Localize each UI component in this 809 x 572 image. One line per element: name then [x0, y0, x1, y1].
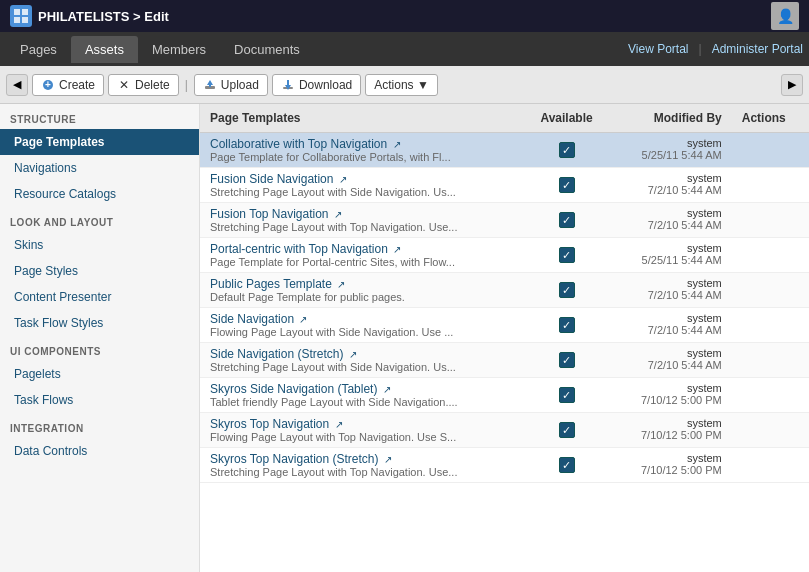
available-checkbox[interactable]: ✓ — [559, 387, 575, 403]
available-checkbox[interactable]: ✓ — [559, 247, 575, 263]
template-desc: Stretching Page Layout with Top Navigati… — [210, 466, 513, 478]
modified-date: 7/10/12 5:00 PM — [620, 394, 722, 406]
modified-date: 7/2/10 5:44 AM — [620, 184, 722, 196]
tab-documents[interactable]: Documents — [220, 36, 314, 63]
download-icon — [281, 78, 295, 92]
sidebar-item-content-presenter[interactable]: Content Presenter — [0, 284, 199, 310]
template-modified-cell: system7/2/10 5:44 AM — [610, 273, 732, 308]
template-modified-cell: system7/2/10 5:44 AM — [610, 168, 732, 203]
template-name-link[interactable]: Public Pages Template ↗ — [210, 277, 513, 291]
template-name-link[interactable]: Skyros Top Navigation ↗ — [210, 417, 513, 431]
download-button[interactable]: Download — [272, 74, 361, 96]
available-checkbox[interactable]: ✓ — [559, 212, 575, 228]
template-available-cell: ✓ — [523, 308, 610, 343]
modified-by: system — [620, 417, 722, 429]
template-name-link[interactable]: Side Navigation (Stretch) ↗ — [210, 347, 513, 361]
template-actions-cell — [732, 413, 809, 448]
template-desc: Default Page Template for public pages. — [210, 291, 513, 303]
view-portal-link[interactable]: View Portal — [628, 42, 688, 56]
ext-link-icon: ↗ — [337, 279, 345, 290]
available-checkbox[interactable]: ✓ — [559, 317, 575, 333]
ext-link-icon: ↗ — [335, 419, 343, 430]
tab-members[interactable]: Members — [138, 36, 220, 63]
template-name-cell: Portal-centric with Top Navigation ↗Page… — [200, 238, 523, 273]
template-name-cell: Skyros Top Navigation ↗Flowing Page Layo… — [200, 413, 523, 448]
template-name-link[interactable]: Fusion Top Navigation ↗ — [210, 207, 513, 221]
template-name-cell: Side Navigation (Stretch) ↗Stretching Pa… — [200, 343, 523, 378]
section-ui-components: UI Components — [0, 336, 199, 361]
sidebar-item-page-templates[interactable]: Page Templates — [0, 129, 199, 155]
tab-assets[interactable]: Assets — [71, 36, 138, 63]
table-row: Public Pages Template ↗Default Page Temp… — [200, 273, 809, 308]
template-name-link[interactable]: Portal-centric with Top Navigation ↗ — [210, 242, 513, 256]
upload-button[interactable]: Upload — [194, 74, 268, 96]
template-name-link[interactable]: Collaborative with Top Navigation ↗ — [210, 137, 513, 151]
template-desc: Flowing Page Layout with Side Navigation… — [210, 326, 513, 338]
available-checkbox[interactable]: ✓ — [559, 352, 575, 368]
available-checkbox[interactable]: ✓ — [559, 282, 575, 298]
template-available-cell: ✓ — [523, 168, 610, 203]
template-modified-cell: system7/2/10 5:44 AM — [610, 343, 732, 378]
template-available-cell: ✓ — [523, 413, 610, 448]
template-actions-cell — [732, 378, 809, 413]
tab-pages[interactable]: Pages — [6, 36, 71, 63]
ext-link-icon: ↗ — [393, 244, 401, 255]
available-checkbox[interactable]: ✓ — [559, 457, 575, 473]
table-row: Portal-centric with Top Navigation ↗Page… — [200, 238, 809, 273]
administer-portal-link[interactable]: Administer Portal — [712, 42, 803, 56]
template-desc: Tablet friendly Page Layout with Side Na… — [210, 396, 513, 408]
template-name-link[interactable]: Fusion Side Navigation ↗ — [210, 172, 513, 186]
create-button[interactable]: + Create — [32, 74, 104, 96]
template-name-link[interactable]: Side Navigation ↗ — [210, 312, 513, 326]
template-available-cell: ✓ — [523, 238, 610, 273]
modified-by: system — [620, 207, 722, 219]
sidebar-item-pagelets[interactable]: Pagelets — [0, 361, 199, 387]
template-desc: Stretching Page Layout with Top Navigati… — [210, 221, 513, 233]
modified-by: system — [620, 312, 722, 324]
sidebar-item-navigations[interactable]: Navigations — [0, 155, 199, 181]
ext-link-icon: ↗ — [384, 454, 392, 465]
col-template-header: Page Templates — [200, 104, 523, 133]
sidebar-item-resource-catalogs[interactable]: Resource Catalogs — [0, 181, 199, 207]
sidebar-item-data-controls[interactable]: Data Controls — [0, 438, 199, 464]
create-label: Create — [59, 78, 95, 92]
app-title: PHILATELISTS > Edit — [38, 9, 169, 24]
svg-rect-2 — [14, 17, 20, 23]
sidebar-item-task-flow-styles[interactable]: Task Flow Styles — [0, 310, 199, 336]
available-checkbox[interactable]: ✓ — [559, 422, 575, 438]
template-modified-cell: system7/10/12 5:00 PM — [610, 413, 732, 448]
template-name-cell: Collaborative with Top Navigation ↗Page … — [200, 133, 523, 168]
template-name-link[interactable]: Skyros Side Navigation (Tablet) ↗ — [210, 382, 513, 396]
actions-button[interactable]: Actions ▼ — [365, 74, 438, 96]
sidebar-item-page-styles[interactable]: Page Styles — [0, 258, 199, 284]
template-desc: Flowing Page Layout with Top Navigation.… — [210, 431, 513, 443]
logo-icon — [10, 5, 32, 27]
template-desc: Stretching Page Layout with Side Navigat… — [210, 186, 513, 198]
section-look-layout: Look and Layout — [0, 207, 199, 232]
modified-by: system — [620, 452, 722, 464]
template-modified-cell: system7/2/10 5:44 AM — [610, 308, 732, 343]
sidebar-item-task-flows[interactable]: Task Flows — [0, 387, 199, 413]
section-structure: Structure — [0, 104, 199, 129]
template-name-cell: Skyros Top Navigation (Stretch) ↗Stretch… — [200, 448, 523, 483]
template-name-cell: Side Navigation ↗Flowing Page Layout wit… — [200, 308, 523, 343]
available-checkbox[interactable]: ✓ — [559, 142, 575, 158]
available-checkbox[interactable]: ✓ — [559, 177, 575, 193]
delete-button[interactable]: ✕ Delete — [108, 74, 179, 96]
upload-icon — [203, 78, 217, 92]
nav-tabs: Pages Assets Members Documents View Port… — [0, 32, 809, 66]
template-modified-cell: system7/10/12 5:00 PM — [610, 378, 732, 413]
template-name-link[interactable]: Skyros Top Navigation (Stretch) ↗ — [210, 452, 513, 466]
sep1: | — [183, 78, 190, 92]
next-button[interactable]: ▶ — [781, 74, 803, 96]
template-actions-cell — [732, 168, 809, 203]
prev-button[interactable]: ◀ — [6, 74, 28, 96]
avatar: 👤 — [771, 2, 799, 30]
template-name-cell: Fusion Side Navigation ↗Stretching Page … — [200, 168, 523, 203]
template-actions-cell — [732, 448, 809, 483]
sidebar-item-skins[interactable]: Skins — [0, 232, 199, 258]
template-name-cell: Fusion Top Navigation ↗Stretching Page L… — [200, 203, 523, 238]
table-row: Collaborative with Top Navigation ↗Page … — [200, 133, 809, 168]
template-desc: Page Template for Collaborative Portals,… — [210, 151, 513, 163]
col-modified-by-header: Modified By — [610, 104, 732, 133]
